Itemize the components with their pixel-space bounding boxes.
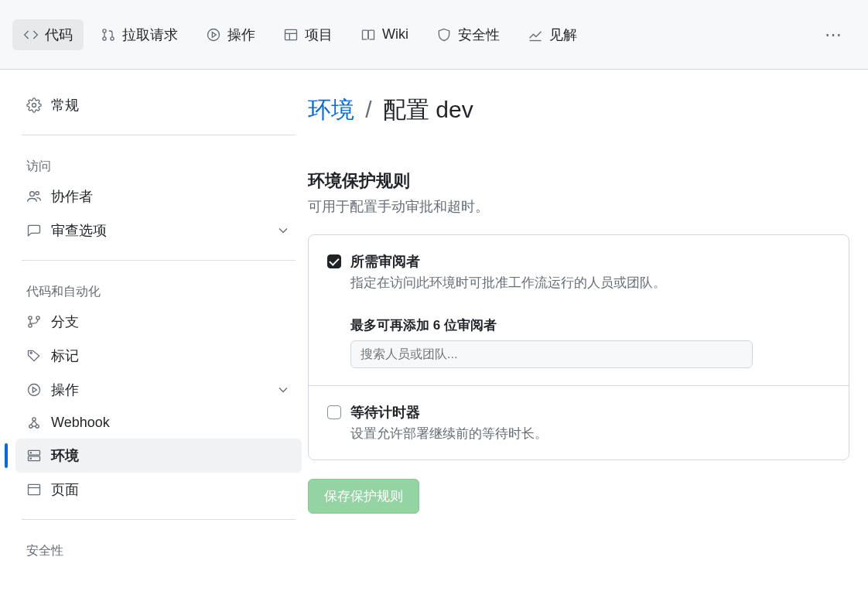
gear-icon (26, 97, 42, 113)
reviewers-sublabel: 最多可再添加 6 位审阅者 (350, 316, 830, 334)
svg-rect-5 (285, 29, 297, 39)
breadcrumb-separator: / (365, 97, 371, 122)
rule-label: 等待计时器 (350, 403, 548, 422)
sidebar-item-label: 审查选项 (51, 221, 107, 240)
svg-point-14 (36, 316, 39, 319)
tab-label: 代码 (45, 26, 73, 44)
tab-label: 安全性 (458, 26, 500, 44)
svg-point-15 (30, 352, 32, 354)
git-pull-icon (101, 27, 116, 43)
tab-security[interactable]: 安全性 (425, 19, 511, 50)
shield-icon (436, 27, 452, 43)
tab-pull-requests[interactable]: 拉取请求 (90, 19, 189, 50)
tab-code[interactable]: 代码 (12, 19, 84, 50)
divider (22, 135, 296, 135)
divider (22, 519, 296, 520)
chevron-down-icon (275, 223, 291, 238)
rule-required-reviewers: 所需审阅者 指定在访问此环境时可批准工作流运行的人员或团队。 最多可再添加 6 … (309, 235, 849, 386)
webhook-icon (26, 415, 42, 431)
svg-rect-25 (29, 484, 40, 494)
branch-icon (26, 314, 42, 330)
reviewer-search-input[interactable] (350, 340, 753, 368)
required-reviewers-checkbox[interactable] (327, 254, 341, 268)
play-circle-icon (206, 27, 221, 43)
svg-point-20 (32, 417, 36, 420)
sidebar-item-general[interactable]: 常规 (15, 88, 302, 122)
sidebar-item-label: 操作 (51, 381, 79, 399)
sidebar-item-label: Webhook (51, 415, 110, 431)
svg-point-9 (32, 104, 36, 108)
svg-point-12 (29, 316, 32, 319)
sidebar-group-security: 安全性 (15, 532, 302, 564)
svg-point-2 (111, 36, 114, 39)
svg-marker-17 (32, 388, 36, 393)
breadcrumb: 环境 / 配置 dev (308, 94, 849, 126)
svg-point-24 (30, 458, 31, 459)
code-icon (23, 27, 39, 43)
svg-point-16 (29, 384, 40, 396)
svg-point-19 (36, 425, 39, 428)
sidebar-item-branches[interactable]: 分支 (15, 305, 302, 339)
breadcrumb-current: 配置 dev (383, 97, 473, 122)
svg-point-10 (30, 192, 35, 196)
more-button[interactable]: ⋯ (817, 20, 849, 50)
tag-icon (26, 348, 42, 364)
sidebar-item-webhooks[interactable]: Webhook (15, 407, 302, 439)
project-icon (283, 27, 299, 43)
tab-insights[interactable]: 见解 (517, 19, 588, 50)
sidebar-item-label: 页面 (51, 480, 79, 499)
book-icon (361, 27, 376, 43)
tab-actions[interactable]: 操作 (195, 19, 266, 50)
sidebar-item-label: 常规 (51, 96, 79, 114)
svg-point-0 (103, 29, 106, 32)
tab-label: 操作 (227, 26, 255, 44)
tab-label: 见解 (549, 26, 577, 44)
sidebar-item-pages[interactable]: 页面 (15, 473, 302, 507)
sidebar-group-code: 代码和自动化 (15, 273, 302, 305)
svg-point-3 (208, 29, 220, 40)
sidebar-item-actions[interactable]: 操作 (15, 373, 302, 407)
divider (22, 260, 296, 261)
graph-icon (528, 27, 543, 43)
protection-rules-box: 所需审阅者 指定在访问此环境时可批准工作流运行的人员或团队。 最多可再添加 6 … (308, 234, 849, 460)
sidebar-group-access: 访问 (15, 148, 302, 179)
rule-description: 指定在访问此环境时可批准工作流运行的人员或团队。 (350, 274, 666, 292)
wait-timer-checkbox[interactable] (327, 405, 341, 419)
breadcrumb-root-link[interactable]: 环境 (308, 97, 354, 122)
tab-label: Wiki (382, 26, 408, 43)
tab-label: 项目 (305, 26, 333, 44)
tab-wiki[interactable]: Wiki (350, 20, 419, 49)
top-nav: 代码 拉取请求 操作 项目 Wiki 安全性 见解 ⋯ (0, 0, 868, 70)
svg-point-13 (29, 324, 32, 327)
server-icon (26, 448, 42, 463)
play-circle-icon (26, 382, 42, 398)
sidebar-item-collaborators[interactable]: 协作者 (15, 179, 302, 213)
chevron-down-icon (275, 382, 291, 398)
settings-sidebar: 常规 访问 协作者 审查选项 代码和自动化 分支 标记 操作 (0, 70, 308, 608)
svg-point-18 (29, 425, 32, 428)
sidebar-item-label: 分支 (51, 313, 79, 331)
people-icon (26, 189, 42, 204)
tab-projects[interactable]: 项目 (272, 19, 343, 50)
tab-label: 拉取请求 (122, 26, 178, 44)
sidebar-item-environments[interactable]: 环境 (15, 439, 302, 473)
svg-point-11 (36, 192, 39, 195)
rule-wait-timer: 等待计时器 设置允许部署继续前的等待时长。 (309, 386, 849, 459)
sidebar-item-moderation[interactable]: 审查选项 (15, 213, 302, 248)
section-title: 环境保护规则 (308, 169, 849, 193)
top-nav-tabs: 代码 拉取请求 操作 项目 Wiki 安全性 见解 (12, 19, 588, 50)
rule-description: 设置允许部署继续前的等待时长。 (350, 425, 548, 442)
sidebar-item-label: 环境 (51, 446, 79, 465)
rule-label: 所需审阅者 (350, 252, 666, 271)
sidebar-item-tags[interactable]: 标记 (15, 339, 302, 373)
svg-point-1 (103, 36, 106, 39)
browser-icon (26, 482, 42, 497)
section-description: 可用于配置手动审批和超时。 (308, 197, 849, 216)
sidebar-item-label: 协作者 (51, 187, 93, 206)
main-content: 环境 / 配置 dev 环境保护规则 可用于配置手动审批和超时。 所需审阅者 指… (308, 70, 868, 608)
svg-point-23 (30, 453, 31, 453)
save-protection-rules-button[interactable]: 保存保护规则 (308, 479, 419, 514)
svg-marker-4 (212, 32, 216, 37)
sidebar-item-label: 标记 (51, 347, 79, 365)
comment-icon (26, 223, 42, 238)
